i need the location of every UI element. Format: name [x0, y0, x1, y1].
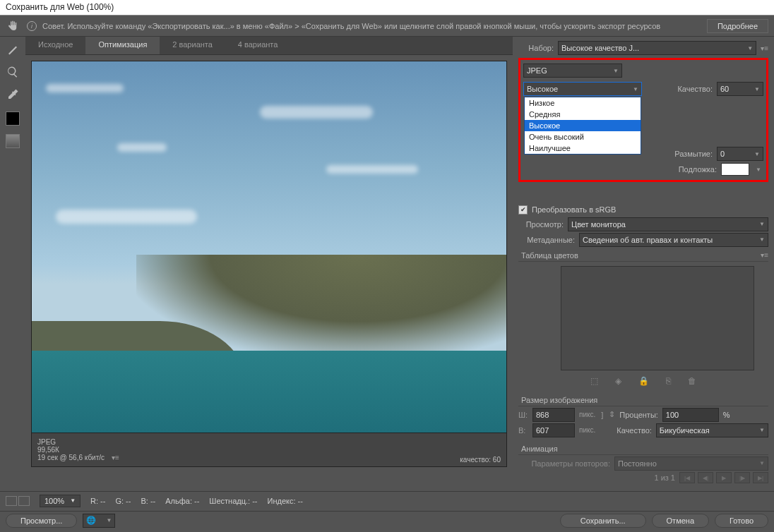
slice-tool[interactable]	[4, 41, 21, 58]
image-preview[interactable]	[31, 61, 507, 433]
tab-source[interactable]: Исходное	[25, 37, 85, 54]
meta-format: JPEG	[37, 438, 501, 446]
layout-box-2[interactable]	[18, 496, 30, 506]
percent-input[interactable]	[662, 408, 719, 422]
percent-label: Проценты:	[619, 411, 658, 419]
percent-unit: %	[723, 411, 730, 419]
preview-select[interactable]: Цвет монитора▼	[568, 217, 768, 231]
preview-label: Просмотр:	[518, 220, 564, 229]
highlight-annotation: JPEG▼ Высокое▼ Низкое Средняя Высокое Оч…	[518, 58, 768, 182]
tip-text: Совет. Используйте команду «Экспортирова…	[42, 22, 701, 30]
palette-btn-3[interactable]: 🔒	[638, 376, 649, 386]
settings-panel: Набор: Высокое качество J...▼ ▾≡ JPEG▼ В…	[513, 37, 774, 488]
constrain-icon[interactable]: ⇕	[609, 410, 615, 419]
palette-menu-icon[interactable]: ▾≡	[761, 251, 768, 260]
dd-option-high[interactable]: Высокое	[525, 120, 641, 131]
panel-menu-icon[interactable]: ▾≡	[761, 44, 768, 52]
animation-title: Анимация	[518, 442, 768, 455]
width-label: Ш:	[518, 411, 528, 419]
anim-first[interactable]: |◀	[679, 472, 695, 483]
preset-select[interactable]: Высокое качество J...▼	[558, 41, 756, 55]
zoom-tool[interactable]	[4, 64, 21, 80]
eyedropper-tool[interactable]	[4, 86, 21, 103]
status-b: B: --	[141, 497, 155, 505]
dd-option-medium[interactable]: Средняя	[525, 109, 641, 120]
height-label: В:	[518, 426, 528, 435]
background-swatch[interactable]	[6, 134, 20, 148]
anim-last[interactable]: ▶|	[753, 472, 768, 483]
format-select[interactable]: JPEG▼	[523, 64, 622, 78]
resample-select[interactable]: Бикубическая▼	[656, 423, 768, 437]
tab-two-up[interactable]: 2 варианта	[160, 37, 225, 54]
meta-time: 19 сек @ 56,6 кбит/с	[37, 454, 105, 461]
save-button[interactable]: Сохранить...	[560, 514, 646, 528]
link-icon[interactable]: ]	[601, 411, 603, 419]
browser-select[interactable]: 🌐▼	[83, 514, 115, 528]
dd-option-veryhigh[interactable]: Очень высокий	[525, 131, 641, 143]
resample-label: Качество:	[617, 426, 652, 435]
preview-tabs: Исходное Оптимизация 2 варианта 4 вариан…	[25, 37, 513, 55]
hand-tool[interactable]	[4, 18, 21, 35]
srgb-checkbox[interactable]: ✔	[518, 205, 528, 214]
footer-bar: Просмотр... 🌐▼ Сохранить... Отмена Готов…	[0, 511, 774, 529]
palette-btn-trash[interactable]: 🗑	[688, 376, 696, 386]
loop-label: Параметры повторов:	[518, 459, 610, 468]
anim-next[interactable]: |▶	[734, 472, 750, 483]
tip-bar: i Совет. Используйте команду «Экспортиро…	[0, 16, 774, 37]
palette-btn-2[interactable]: ◈	[615, 376, 621, 386]
palette-toolbar: ⬚ ◈ 🔒 ⎘ 🗑	[518, 373, 768, 392]
height-input[interactable]	[532, 423, 575, 437]
metadata-label: Метаданные:	[518, 236, 575, 244]
quality-input[interactable]: 60▼	[717, 82, 763, 96]
px-label: пикс.	[579, 411, 595, 418]
status-hex: Шестнадц.: --	[209, 497, 257, 505]
zoom-select[interactable]: 100%▼	[40, 495, 81, 507]
meta-menu-icon[interactable]: ▾≡	[112, 454, 119, 461]
more-button[interactable]: Подробнее	[707, 19, 768, 33]
done-button[interactable]: Готово	[715, 514, 768, 528]
layout-box-1[interactable]	[6, 496, 17, 506]
srgb-label: Преобразовать в sRGB	[532, 205, 616, 214]
cancel-button[interactable]: Отмена	[652, 514, 709, 528]
status-r: R: --	[90, 497, 105, 505]
status-bar: 100%▼ R: -- G: -- B: -- Альфа: -- Шестна…	[0, 491, 774, 509]
palette-btn-1[interactable]: ⬚	[590, 376, 598, 386]
meta-size: 99,56К	[37, 446, 501, 454]
quality-preset-select[interactable]: Высокое▼ Низкое Средняя Высокое Очень вы…	[523, 82, 642, 96]
blur-label: Размытие:	[674, 150, 713, 158]
status-alpha: Альфа: --	[165, 497, 199, 505]
preview-meta: JPEG 99,56К 19 сек @ 56,6 кбит/с ▾≡ каче…	[31, 433, 507, 467]
tab-optimize[interactable]: Оптимизация	[85, 37, 160, 54]
metadata-select[interactable]: Сведения об авт. правах и контакты▼	[579, 233, 768, 247]
matte-label: Подложка:	[679, 165, 717, 174]
blur-input[interactable]: 0▼	[717, 147, 763, 161]
dd-option-low[interactable]: Низкое	[525, 97, 641, 109]
anim-prev[interactable]: ◀|	[698, 472, 713, 483]
color-table	[561, 266, 754, 370]
anim-play[interactable]: ▶	[716, 472, 732, 483]
info-icon: i	[27, 21, 37, 31]
width-input[interactable]	[532, 408, 575, 422]
preview-button[interactable]: Просмотр...	[6, 514, 77, 528]
frame-counter: 1 из 1	[654, 473, 675, 482]
matte-swatch[interactable]	[721, 163, 749, 176]
px-label-2: пикс.	[579, 426, 595, 434]
foreground-swatch[interactable]	[6, 111, 20, 126]
meta-quality: качество: 60	[460, 456, 501, 464]
window-title: Сохранить для Web (100%)	[0, 0, 774, 16]
palette-title: Таблица цветов▾≡	[518, 248, 768, 262]
tab-four-up[interactable]: 4 варианта	[225, 37, 291, 54]
preset-label: Набор:	[518, 44, 554, 52]
quality-preset-dropdown: Низкое Средняя Высокое Очень высокий Наи…	[524, 97, 641, 155]
status-g: G: --	[115, 497, 131, 505]
dd-option-max[interactable]: Наилучшее	[525, 143, 641, 154]
image-size-title: Размер изображения	[518, 393, 768, 406]
left-toolbar	[0, 37, 25, 488]
palette-btn-4[interactable]: ⎘	[666, 376, 671, 386]
loop-select: Постоянно▼	[614, 457, 768, 471]
quality-label: Качество:	[677, 85, 713, 93]
status-index: Индекс: --	[267, 497, 302, 505]
